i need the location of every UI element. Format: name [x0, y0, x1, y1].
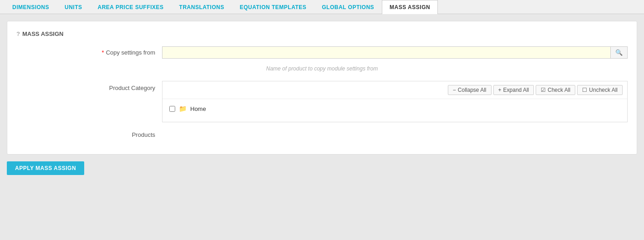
required-star: * [102, 49, 104, 56]
nav-tab-area-price-suffixes[interactable]: AREA PRICE SUFFIXES [90, 0, 172, 14]
apply-mass-assign-button[interactable]: APPLY MASS ASSIGN [7, 161, 84, 175]
minus-icon: − [453, 87, 456, 93]
copy-settings-search-button[interactable]: 🔍 [610, 46, 628, 59]
product-category-label: Product Category [16, 81, 162, 91]
home-label: Home [190, 105, 206, 112]
nav-tab-dimensions[interactable]: DIMENSIONS [5, 0, 57, 14]
panel-title: ? MASS ASSIGN [16, 30, 628, 37]
help-icon[interactable]: ? [16, 30, 20, 37]
category-content: 📁 Home [162, 99, 627, 122]
home-checkbox[interactable] [169, 106, 175, 112]
content-area: ? MASS ASSIGN *Copy settings from 🔍 Name… [0, 14, 644, 182]
uncheck-all-button[interactable]: ☐ Uncheck All [577, 85, 623, 95]
copy-settings-input-group: 🔍 [162, 46, 628, 59]
helper-text: Name of product to copy module settings … [16, 65, 628, 72]
copy-settings-input[interactable] [162, 46, 610, 59]
products-row: Products [16, 131, 628, 140]
product-category-row: Product Category − Collapse All + Expand… [16, 81, 628, 122]
collapse-all-button[interactable]: − Collapse All [448, 85, 492, 95]
list-item: 📁 Home [169, 104, 620, 114]
nav-tab-mass-assign[interactable]: MASS ASSIGN [382, 0, 438, 14]
copy-settings-row: *Copy settings from 🔍 [16, 46, 628, 59]
category-panel: − Collapse All + Expand All ☑ Check All … [162, 81, 628, 122]
plus-icon: + [498, 87, 502, 93]
products-label: Products [16, 131, 162, 138]
check-all-button[interactable]: ☑ Check All [536, 85, 575, 95]
category-toolbar: − Collapse All + Expand All ☑ Check All … [162, 81, 627, 99]
expand-all-button[interactable]: + Expand All [493, 85, 534, 95]
nav-tab-equation-templates[interactable]: EQUATION TEMPLATES [232, 0, 314, 14]
panel-title-text: MASS ASSIGN [22, 30, 64, 37]
uncheck-icon: ☐ [582, 87, 587, 93]
folder-icon: 📁 [179, 105, 187, 112]
check-icon: ☑ [541, 87, 546, 93]
nav-tab-global-options[interactable]: GLOBAL OPTIONS [314, 0, 382, 14]
main-panel: ? MASS ASSIGN *Copy settings from 🔍 Name… [7, 21, 637, 155]
nav-tabs: DIMENSIONSUNITSAREA PRICE SUFFIXESTRANSL… [0, 0, 644, 14]
nav-tab-units[interactable]: UNITS [57, 0, 90, 14]
nav-tab-translations[interactable]: TRANSLATIONS [172, 0, 232, 14]
copy-settings-label: *Copy settings from [16, 49, 162, 56]
products-content [162, 131, 628, 140]
